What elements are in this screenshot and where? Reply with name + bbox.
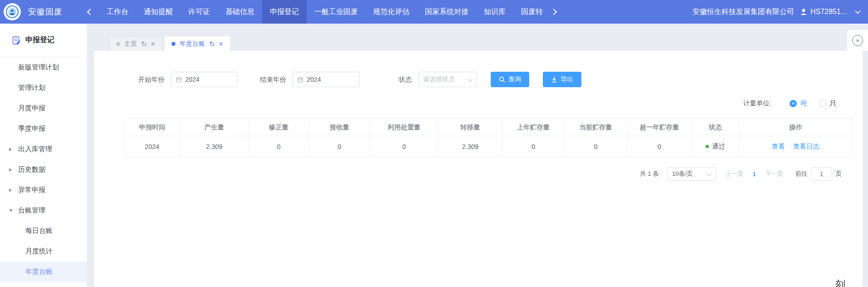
col-actions: 操作 [739, 119, 853, 136]
nav-scroll-left-icon[interactable] [87, 9, 93, 15]
export-button[interactable]: 导出 [543, 72, 581, 87]
cell-received: 0 [309, 136, 370, 157]
sidebar-item-monthly-stats[interactable]: 月度统计 [0, 241, 87, 262]
chevron-down-icon [707, 171, 712, 176]
end-year-field[interactable] [307, 76, 355, 83]
cell-status: 通过 [692, 136, 739, 157]
cell-actions: 查看 查看日志 [739, 136, 853, 157]
col-corrected: 修正量 [249, 119, 309, 136]
col-current-storage: 当前贮存量 [565, 119, 627, 136]
export-button-label: 导出 [561, 75, 573, 84]
top-nav: 安徽固废 工作台 通知提醒 许可证 基础信息 申报登记 一般工业固废 规范化评估… [0, 0, 868, 24]
table-row: 2024 2.309 0 0 0 2.309 0 0 0 通过 [124, 136, 853, 157]
cell-utilized-disposed: 0 [370, 136, 439, 157]
radio-ton[interactable] [790, 100, 797, 107]
user-menu[interactable]: HS72851... [800, 8, 860, 16]
status-select[interactable]: 请选择状态 [418, 72, 477, 87]
sidebar-item-abnormal-declaration[interactable]: 异常申报 [0, 180, 87, 200]
prev-page-button[interactable]: 上一页 [725, 170, 744, 178]
next-page-button[interactable]: 下一页 [765, 170, 784, 178]
close-all-icon[interactable]: × [852, 35, 863, 46]
start-year-input[interactable] [171, 72, 238, 87]
nav-item-license[interactable]: 许可证 [180, 0, 218, 24]
sidebar-title: 申报登记 [25, 35, 54, 45]
end-year-input[interactable] [293, 72, 360, 87]
sidebar-item-quarterly-declaration[interactable]: 季度申报 [0, 119, 87, 139]
close-icon[interactable]: × [151, 40, 155, 48]
cell-transferred: 2.309 [439, 136, 502, 157]
nav-scroll-right-icon[interactable] [551, 9, 557, 15]
radio-piece-label[interactable]: 只 [830, 99, 837, 108]
sidebar-item-label: 异常申报 [18, 186, 45, 194]
tab-status-dot [171, 42, 176, 46]
sidebar-item-daily-ledger[interactable]: 每日台账 [0, 221, 87, 241]
sidebar-header: 申报登记 [0, 24, 87, 57]
nav-item-workbench[interactable]: 工作台 [99, 0, 136, 24]
nav-item-declaration[interactable]: 申报登记 [262, 0, 307, 24]
nav-item-waste-transfer[interactable]: 固废转 [513, 0, 551, 24]
sidebar-item-new-management-plan[interactable]: 新版管理计划 [0, 57, 87, 78]
tab-home[interactable]: 主页 ↻ × [109, 36, 162, 51]
radio-piece[interactable] [819, 100, 826, 107]
page-size-select[interactable]: 10条/页 [667, 167, 716, 181]
download-icon [551, 76, 557, 83]
search-icon [499, 76, 505, 83]
search-button[interactable]: 查询 [491, 72, 529, 87]
view-log-link[interactable]: 查看日志 [793, 143, 819, 150]
user-icon [800, 8, 808, 16]
total-count: 共 1 条 [640, 170, 659, 178]
table-header-row: 申报时间 产生量 修正量 接收量 利用处置量 转移量 上年贮存量 当前贮存量 超… [124, 119, 853, 136]
status-select-placeholder: 请选择状态 [423, 75, 455, 84]
nav-item-knowledge-base[interactable]: 知识库 [476, 0, 513, 24]
app-logo-icon [4, 3, 21, 20]
page-number-1[interactable]: 1 [752, 171, 756, 178]
page-size-value: 10条/页 [672, 170, 693, 178]
start-year-field[interactable] [185, 76, 233, 83]
sidebar-item-history-data[interactable]: 历史数据 [0, 159, 87, 180]
sidebar-item-monthly-declaration[interactable]: 月度申报 [0, 98, 87, 119]
end-year-label: 结束年份 [260, 75, 286, 84]
sidebar-item-ledger-management[interactable]: 台账管理 [0, 200, 87, 221]
declaration-form-icon [12, 36, 21, 45]
cell-over-one-year-storage: 0 [627, 136, 692, 157]
nav-item-general-industrial-waste[interactable]: 一般工业固废 [307, 0, 366, 24]
main-card: 开始年份 结束年份 状态 [94, 51, 863, 287]
col-status: 状态 [692, 119, 739, 136]
col-utilized-disposed: 利用处置量 [370, 119, 439, 136]
cell-last-year-storage: 0 [502, 136, 565, 157]
chevron-down-icon[interactable] [855, 8, 861, 14]
goto-page-input[interactable] [811, 167, 832, 181]
sidebar-item-management-plan[interactable]: 管理计划 [0, 78, 87, 98]
user-id: HS72851... [810, 8, 847, 16]
content-area: 主页 ↻ × 年度台账 ↻ × × 开始年份 [88, 24, 868, 287]
calendar-icon [297, 76, 303, 83]
nav-item-standardization-assessment[interactable]: 规范化评估 [366, 0, 417, 24]
refresh-icon[interactable]: ↻ [209, 40, 215, 47]
col-transferred: 转移量 [439, 119, 502, 136]
radio-ton-label[interactable]: 吨 [800, 99, 807, 108]
app-title: 安徽固废 [28, 6, 63, 17]
annual-ledger-table: 申报时间 产生量 修正量 接收量 利用处置量 转移量 上年贮存量 当前贮存量 超… [124, 119, 852, 157]
status-label: 状态 [399, 75, 412, 84]
nav-item-notifications[interactable]: 通知提醒 [136, 0, 180, 24]
corner-panel: × [847, 30, 868, 51]
unit-label: 计量单位: [743, 99, 771, 108]
nav-item-national-system[interactable]: 国家系统对接 [417, 0, 476, 24]
cell-corrected: 0 [249, 136, 309, 157]
sidebar-item-annual-ledger[interactable]: 年度台账 [0, 262, 87, 282]
close-icon[interactable]: × [219, 40, 223, 48]
status-dot-icon [706, 145, 709, 148]
refresh-icon[interactable]: ↻ [141, 40, 147, 47]
company-name: 安徽恒生科技发展集团有限公司 [692, 7, 794, 17]
view-link[interactable]: 查看 [772, 143, 785, 150]
goto-suffix-label: 页 [836, 170, 842, 178]
search-button-label: 查询 [508, 75, 521, 84]
tab-annual-ledger[interactable]: 年度台账 ↻ × [165, 36, 230, 51]
nav-item-basic-info[interactable]: 基础信息 [218, 0, 262, 24]
sidebar-item-inout-warehouse[interactable]: 出入库管理 [0, 139, 87, 159]
collapse-arrow-icon [9, 188, 12, 192]
sidebar-item-label: 历史数据 [18, 165, 45, 174]
collapse-arrow-icon [9, 148, 12, 151]
tab-status-dot [116, 42, 120, 46]
col-last-year-storage: 上年贮存量 [502, 119, 565, 136]
